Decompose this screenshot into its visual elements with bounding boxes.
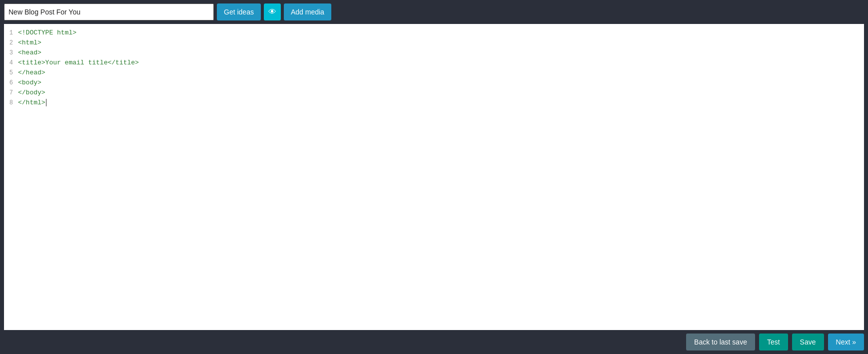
line-code: <head>	[18, 48, 41, 58]
code-line: 2<html>	[4, 38, 864, 48]
line-number: 5	[4, 68, 18, 78]
line-code: <body>	[18, 78, 41, 88]
preview-button[interactable]: 👁	[264, 3, 281, 20]
back-to-last-save-button[interactable]: Back to last save	[686, 334, 755, 351]
code-line: 6<body>	[4, 78, 864, 88]
line-code: <!DOCTYPE html>	[18, 28, 76, 38]
line-code: </html>	[18, 98, 46, 108]
code-line: 5</head>	[4, 68, 864, 78]
line-number: 3	[4, 48, 18, 58]
next-button[interactable]: Next »	[828, 334, 864, 351]
top-toolbar: Get ideas 👁 Add media	[0, 0, 868, 24]
eye-icon: 👁	[268, 7, 276, 16]
line-number: 2	[4, 38, 18, 48]
code-line: 4<title>Your email title</title>	[4, 58, 864, 68]
test-button[interactable]: Test	[759, 334, 788, 351]
line-number: 4	[4, 58, 18, 68]
line-code: </body>	[18, 88, 45, 98]
code-content: 1<!DOCTYPE html>2<html>3<head>4<title>Yo…	[4, 24, 864, 330]
get-ideas-button[interactable]: Get ideas	[217, 3, 261, 20]
post-title-input[interactable]	[4, 3, 214, 20]
code-line: 8</html>	[4, 98, 864, 108]
add-media-button[interactable]: Add media	[284, 3, 331, 20]
save-button[interactable]: Save	[792, 334, 824, 351]
code-line: 7</body>	[4, 88, 864, 98]
line-number: 6	[4, 78, 18, 88]
code-editor[interactable]: 1<!DOCTYPE html>2<html>3<head>4<title>Yo…	[4, 24, 864, 330]
line-number: 8	[4, 98, 18, 108]
line-code: </head>	[18, 68, 45, 78]
line-number: 7	[4, 88, 18, 98]
code-line: 3<head>	[4, 48, 864, 58]
line-code: <title>Your email title</title>	[18, 58, 139, 68]
line-code: <html>	[18, 38, 41, 48]
code-line: 1<!DOCTYPE html>	[4, 28, 864, 38]
bottom-toolbar: Back to last save Test Save Next »	[0, 330, 868, 354]
line-number: 1	[4, 28, 18, 38]
